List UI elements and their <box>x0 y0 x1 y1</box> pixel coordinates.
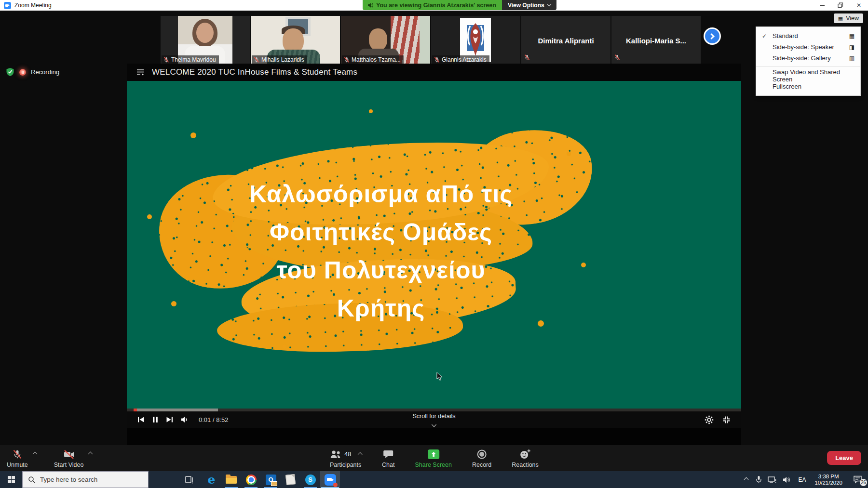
menu-item-fullscreen[interactable]: Fullscreen <box>756 81 860 92</box>
recording-indicator: Recording <box>6 67 59 77</box>
reactions-button[interactable]: Reactions <box>512 448 539 468</box>
taskbar-notes-icon[interactable] <box>281 471 300 488</box>
participant-tile-giannis[interactable]: Giannis Atzarakis <box>431 16 520 65</box>
video-window-titlebar: WELCOME 2020 TUC InHouse Films & Student… <box>127 64 741 81</box>
leave-button[interactable]: Leave <box>827 451 861 465</box>
tray-network-button[interactable] <box>765 471 779 488</box>
participant-name: Mihalis Lazaridis <box>261 56 304 63</box>
menu-item-swap[interactable]: Swap Video and Shared Screen <box>756 70 860 81</box>
menu-item-sbs-gallery[interactable]: Side-by-side: Gallery ▥ <box>756 53 860 64</box>
camera-off-icon <box>63 448 75 460</box>
notes-app-icon <box>285 474 296 485</box>
view-options-button[interactable]: View Options <box>502 0 556 10</box>
participant-tile-dimitra[interactable]: Dimitra Alipranti <box>521 16 610 65</box>
language-indicator[interactable]: EΛ <box>794 471 810 488</box>
share-screen-button[interactable]: Share Screen <box>415 448 451 468</box>
tray-volume-button[interactable] <box>779 471 794 488</box>
next-participants-arrow[interactable] <box>704 27 721 45</box>
menu-divider <box>756 66 860 67</box>
menu-item-standard[interactable]: ✓ Standard ▦ <box>756 30 860 41</box>
unmute-label: Unmute <box>7 462 28 468</box>
video-frame[interactable]: Καλωσόρισμα αΠό τις Φοιτητικές Ομάδες το… <box>127 81 741 426</box>
caption-line-1: Καλωσόρισμα αΠό τις <box>127 175 635 213</box>
scroll-hint[interactable]: Scroll for details <box>413 413 456 428</box>
exit-fullscreen-icon[interactable] <box>722 416 731 424</box>
chat-button[interactable]: Chat <box>382 448 394 468</box>
notification-badge: 26 <box>860 479 867 486</box>
participant-tile-mihalis[interactable]: Mihalis Lazaridis <box>251 16 340 65</box>
participant-name: Giannis Atzarakis <box>442 56 487 63</box>
chevron-up-icon[interactable] <box>358 452 363 457</box>
screen-share-banner: You are viewing Giannis Atzarakis' scree… <box>363 0 556 10</box>
participants-icon <box>329 449 342 459</box>
restore-icon[interactable] <box>831 0 850 11</box>
chevron-down-icon <box>432 422 436 427</box>
tray-mic-icon <box>756 475 762 484</box>
participant-tile-thelma[interactable]: Thelma Mavridou <box>161 16 250 65</box>
taskbar-skype-icon[interactable]: S <box>300 471 320 488</box>
scroll-hint-label: Scroll for details <box>413 413 456 420</box>
tray-hidden-icons-button[interactable] <box>740 471 752 488</box>
participant-name-badge: Mihalis Lazaridis <box>252 55 307 64</box>
menu-item-sbs-speaker[interactable]: Side-by-side: Speaker ◨ <box>756 41 860 53</box>
outlook-icon: O <box>266 475 276 485</box>
view-button[interactable]: ▦ View <box>834 13 863 23</box>
chevron-up-icon <box>744 477 748 482</box>
settings-gear-icon[interactable] <box>705 415 714 424</box>
previous-track-icon[interactable] <box>137 416 145 423</box>
taskbar-chrome-icon[interactable] <box>241 471 261 488</box>
taskbar-explorer-icon[interactable] <box>221 471 241 488</box>
action-center-button[interactable]: 26 <box>847 471 868 488</box>
next-track-icon[interactable] <box>166 416 173 423</box>
video-caption: Καλωσόρισμα αΠό τις Φοιτητικές Ομάδες το… <box>127 175 635 328</box>
menu-item-label: Fullscreen <box>773 83 801 90</box>
check-icon: ✓ <box>762 33 767 40</box>
start-video-button[interactable]: Start Video <box>54 448 84 468</box>
video-title: WELCOME 2020 TUC InHouse Films & Student… <box>152 67 357 77</box>
menu-item-label: Side-by-side: Speaker <box>773 43 834 51</box>
meeting-client-area: Thelma Mavridou Mihalis Lazaridis Mattha… <box>0 11 868 471</box>
participant-tile-kalliopi[interactable]: Kalliopi-Maria S... <box>611 16 701 65</box>
shared-screen-viewport: WELCOME 2020 TUC InHouse Films & Student… <box>127 64 741 445</box>
pause-icon[interactable] <box>152 416 158 423</box>
participant-tile-matthaios[interactable]: Matthaios Tzama... <box>341 16 430 65</box>
record-button[interactable]: Record <box>472 448 491 468</box>
menu-item-label: Swap Video and Shared Screen <box>773 68 854 83</box>
start-video-label: Start Video <box>54 462 84 468</box>
tray-network-icon <box>768 476 777 483</box>
volume-icon[interactable] <box>181 416 189 423</box>
reactions-label: Reactions <box>512 462 539 468</box>
skype-icon: S <box>305 475 316 485</box>
reactions-icon <box>519 449 531 460</box>
recording-dot-icon[interactable] <box>19 69 26 76</box>
playlist-icon[interactable] <box>136 68 145 76</box>
participant-name-badge: Matthaios Tzama... <box>342 55 404 64</box>
chevron-right-icon <box>708 33 715 40</box>
taskbar-zoom-icon[interactable] <box>320 471 340 488</box>
tray-mic-button[interactable] <box>752 471 765 488</box>
participant-name: Matthaios Tzama... <box>352 56 401 63</box>
view-options-label: View Options <box>508 2 544 9</box>
chevron-up-icon[interactable] <box>32 452 37 457</box>
view-button-label: View <box>846 15 859 22</box>
task-view-button[interactable] <box>179 471 199 488</box>
security-shield-icon <box>6 67 14 77</box>
close-icon[interactable]: ✕ <box>850 0 868 11</box>
sbs-gallery-icon: ▥ <box>849 55 854 62</box>
taskbar-outlook-icon[interactable]: O <box>261 471 281 488</box>
chevron-up-icon[interactable] <box>88 452 93 457</box>
record-label: Record <box>472 462 491 468</box>
clock-time: 3:38 PM <box>814 474 842 480</box>
mic-muted-icon <box>254 57 259 63</box>
unmute-button[interactable]: Unmute <box>7 448 28 468</box>
taskbar-clock[interactable]: 3:38 PM10/21/2020 <box>810 471 847 488</box>
taskbar-edge-icon[interactable]: e <box>202 471 221 488</box>
chat-icon <box>383 449 393 459</box>
zoom-meeting-window: Zoom Meeting ✕ You are viewing Giannis A… <box>0 0 868 488</box>
search-input[interactable] <box>23 472 148 488</box>
start-button[interactable] <box>0 471 22 488</box>
minimize-icon[interactable] <box>813 0 831 11</box>
participants-button[interactable]: 48 Participants <box>329 448 362 468</box>
meeting-toolbar: Unmute Start Video <box>0 445 868 471</box>
taskbar-search[interactable] <box>22 471 149 488</box>
